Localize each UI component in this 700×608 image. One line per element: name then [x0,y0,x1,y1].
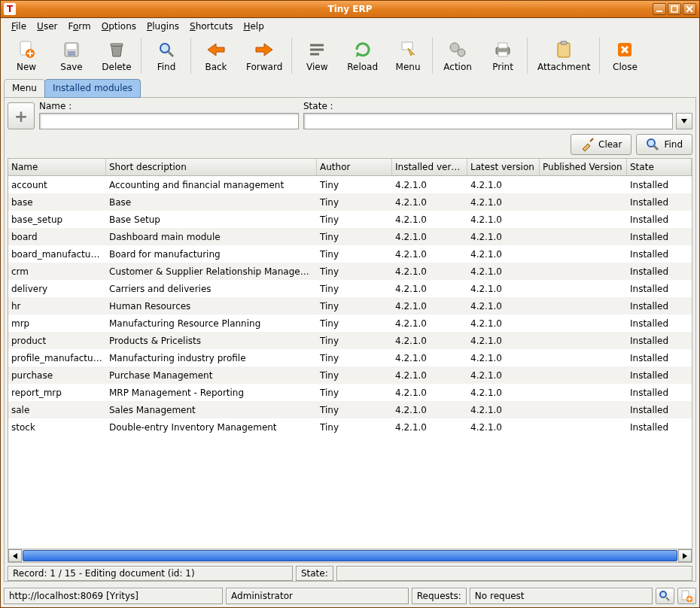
clear-button[interactable]: Clear [571,134,632,155]
filter-name-input[interactable] [39,113,299,129]
close-tb-button[interactable]: Close [602,36,647,75]
filter-state-dropdown[interactable] [676,113,692,129]
new-button[interactable]: New [4,36,49,75]
cell-author: Tiny [317,353,392,363]
cell-author: Tiny [317,301,392,312]
table-row[interactable]: crmCustomer & Supplier Relationship Mana… [8,263,692,280]
delete-button[interactable]: Delete [94,36,139,75]
broom-icon [580,138,594,151]
scroll-right-button[interactable] [678,549,692,562]
table-row[interactable]: purchasePurchase ManagementTiny4.2.1.04.… [8,366,692,384]
cell-installed: 4.2.1.0 [392,388,467,398]
maximize-button[interactable] [668,3,681,15]
svg-point-17 [458,49,465,56]
gears-icon [447,39,468,60]
table-row[interactable]: accountAccounting and financial manageme… [8,176,692,193]
pointer-icon [397,39,418,60]
reload-button[interactable]: Reload [339,36,385,75]
svg-point-25 [647,139,655,147]
cell-short: Manufacturing Resource Planning [106,318,317,329]
table-row[interactable]: profile_manufacturingManufacturing indus… [8,349,692,366]
table-row[interactable]: deliveryCarriers and deliveriesTiny4.2.1… [8,280,692,297]
table-row[interactable]: boardDashboard main moduleTiny4.2.1.04.2… [8,228,692,245]
find2-button[interactable]: Find [636,134,692,155]
status-bar-2: http://localhost:8069 [Yritys] Administr… [4,588,696,604]
requests-new-button[interactable] [677,588,696,604]
menu-user[interactable]: User [37,21,57,32]
cell-latest: 4.2.1.0 [467,197,540,208]
cell-installed: 4.2.1.0 [392,266,467,277]
col-name[interactable]: Name [8,159,106,175]
list-icon [306,39,327,60]
save-button[interactable]: Save [49,36,94,75]
cell-latest: 4.2.1.0 [467,388,540,398]
cell-name: base_setup [8,214,106,225]
menu-options[interactable]: Options [102,21,136,32]
col-latest[interactable]: Latest version [467,159,540,175]
page-body: + Name : State : Clear [4,97,696,582]
table-row[interactable]: saleSales ManagementTiny4.2.1.04.2.1.0In… [8,401,692,418]
cell-short: Base [106,197,317,208]
scroll-left-button[interactable] [8,549,22,562]
app-icon: T [4,3,16,15]
cell-latest: 4.2.1.0 [467,318,540,329]
table-row[interactable]: base_setupBase SetupTiny4.2.1.04.2.1.0In… [8,211,692,228]
add-filter-button[interactable]: + [8,102,35,129]
svg-line-24 [590,138,593,141]
menu-shortcuts[interactable]: Shortcuts [190,21,233,32]
table-row[interactable]: stockDouble-entry Inventory ManagementTi… [8,418,692,436]
view-button[interactable]: View [294,36,339,75]
menu-file[interactable]: File [11,21,26,32]
action-button[interactable]: Action [435,36,480,75]
cell-latest: 4.2.1.0 [467,405,540,415]
menu-form[interactable]: Form [68,21,90,32]
svg-rect-22 [561,41,567,44]
filter-state-input[interactable] [303,113,673,129]
col-state[interactable]: State [627,159,692,175]
cell-state: Installed [627,388,692,398]
cell-short: Accounting and financial management [106,180,317,190]
cell-short: Customer & Supplier Relationship Managem… [106,266,317,277]
cell-author: Tiny [317,388,392,398]
close-button[interactable] [683,3,696,15]
cell-latest: 4.2.1.0 [467,232,540,242]
cell-name: hr [8,301,106,312]
requests-search-button[interactable] [656,588,674,604]
hscroll[interactable] [8,549,692,562]
col-short[interactable]: Short description [106,159,317,175]
table-row[interactable]: baseBaseTiny4.2.1.04.2.1.0Installed [8,193,692,211]
filter-row: + Name : State : [5,98,695,131]
back-button[interactable]: Back [193,36,239,75]
tab-installed-modules[interactable]: Installed modules [44,79,141,98]
minimize-button[interactable] [653,3,666,15]
search-icon [156,39,177,60]
cell-short: Purchase Management [106,370,317,381]
menu-help[interactable]: Help [243,21,263,32]
chevron-down-icon [681,119,687,123]
table-row[interactable]: hrHuman ResourcesTiny4.2.1.04.2.1.0Insta… [8,297,692,315]
cell-short: Human Resources [106,301,317,312]
col-published[interactable]: Published Version [540,159,627,175]
cell-name: account [8,180,106,190]
cell-author: Tiny [317,249,392,260]
table-row[interactable]: mrpManufacturing Resource PlanningTiny4.… [8,315,692,332]
svg-line-11 [169,52,173,56]
forward-button[interactable]: Forward [239,36,290,75]
table-row[interactable]: productProducts & PricelistsTiny4.2.1.04… [8,332,692,349]
grid: Name Short description Author Installed … [8,158,692,563]
attachment-button[interactable]: Attachment [530,36,598,75]
scroll-thumb[interactable] [23,550,677,561]
menu-button[interactable]: Menu [385,36,431,75]
col-author[interactable]: Author [317,159,392,175]
cell-latest: 4.2.1.0 [467,370,540,381]
svg-point-10 [160,44,169,53]
col-installed[interactable]: Installed version [392,159,467,175]
table-row[interactable]: board_manufacturingBoard for manufacturi… [8,245,692,263]
svg-rect-21 [558,43,570,57]
tab-menu[interactable]: Menu [4,79,45,98]
find-button[interactable]: Find [144,36,189,75]
table-row[interactable]: report_mrpMRP Management - ReportingTiny… [8,384,692,401]
svg-rect-8 [68,51,75,56]
print-button[interactable]: Print [480,36,525,75]
menu-plugins[interactable]: Plugins [147,21,179,32]
